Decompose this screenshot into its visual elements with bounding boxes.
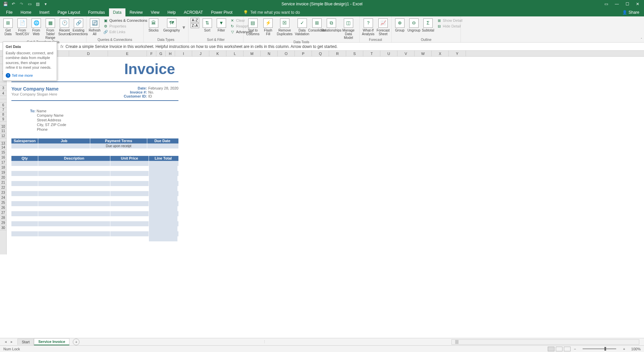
tab-review[interactable]: Review bbox=[125, 8, 147, 16]
row-header[interactable]: 26 bbox=[0, 205, 6, 210]
sort-button[interactable]: ⇅Sort bbox=[201, 17, 214, 32]
row-header[interactable]: 25 bbox=[0, 200, 6, 205]
horizontal-scrollbar[interactable] bbox=[451, 339, 639, 345]
row-header[interactable]: 21 bbox=[0, 180, 6, 185]
from-csv-button[interactable]: 📄From Text/CSV bbox=[15, 17, 29, 36]
sheet-tab-service-invoice[interactable]: Service Invoice bbox=[34, 338, 69, 345]
save-icon[interactable]: 💾 bbox=[3, 1, 8, 7]
edit-links-button[interactable]: 🔗Edit Links bbox=[102, 29, 149, 35]
column-header[interactable]: I bbox=[175, 51, 192, 56]
column-header[interactable]: P bbox=[295, 51, 312, 56]
ungroup-button[interactable]: ⊖Ungroup bbox=[407, 17, 421, 32]
row-header[interactable]: 9 bbox=[0, 117, 6, 122]
column-header[interactable]: T bbox=[363, 51, 380, 56]
column-header[interactable]: R bbox=[329, 51, 346, 56]
remove-duplicates-button[interactable]: ☒Remove Duplicates bbox=[275, 17, 294, 36]
add-sheet-button[interactable]: + bbox=[73, 339, 79, 345]
tell-me-search[interactable]: 💡 Tell me what you want to do bbox=[243, 10, 300, 16]
sort-az-icon[interactable]: A↓Z bbox=[191, 18, 199, 23]
column-header[interactable]: Y bbox=[449, 51, 466, 56]
row-header[interactable]: 15 bbox=[0, 150, 6, 155]
row-header[interactable] bbox=[0, 96, 6, 99]
data-validation-button[interactable]: ✓Data Validation bbox=[294, 17, 310, 36]
tab-view[interactable]: View bbox=[147, 8, 164, 16]
row-header[interactable]: 11 bbox=[0, 128, 6, 133]
row-header[interactable]: 8 bbox=[0, 112, 6, 117]
item-row[interactable] bbox=[11, 161, 178, 166]
column-header[interactable]: K bbox=[209, 51, 226, 56]
cell-grid[interactable]: LogoName Invoice Your Company Name Your … bbox=[7, 57, 644, 254]
ribbon-options-icon[interactable]: ▭ bbox=[604, 2, 608, 6]
tab-powerpivot[interactable]: Power Pivot bbox=[207, 8, 236, 16]
text-to-columns-button[interactable]: ▤Text to Columns bbox=[245, 17, 261, 36]
share-button[interactable]: 👤 Share bbox=[618, 8, 644, 16]
fx-icon[interactable]: fx bbox=[60, 44, 63, 49]
undo-icon[interactable]: ↶ bbox=[11, 1, 16, 7]
tooltip-tell-me-more[interactable]: ? Tell me more bbox=[6, 73, 54, 78]
tab-page-layout[interactable]: Page Layout bbox=[53, 8, 84, 16]
row-header[interactable]: 29 bbox=[0, 220, 6, 225]
row-header[interactable]: 12 bbox=[0, 133, 6, 138]
minimize-icon[interactable]: — bbox=[615, 2, 619, 6]
zoom-out-button[interactable]: − bbox=[572, 347, 578, 351]
ruler-icon[interactable]: ▤ bbox=[35, 1, 40, 7]
forecast-sheet-button[interactable]: 📈Forecast Sheet bbox=[376, 17, 390, 36]
properties-button[interactable]: ⚙Properties bbox=[102, 23, 149, 29]
row-header[interactable]: 7 bbox=[0, 108, 6, 112]
row-header[interactable]: 4 bbox=[0, 91, 6, 96]
existing-connections-button[interactable]: 🔗Existing Connections bbox=[72, 17, 85, 36]
geography-button[interactable]: 🗺Geography bbox=[161, 17, 182, 32]
tab-home[interactable]: Home bbox=[16, 8, 35, 16]
whatif-button[interactable]: ？What-If Analysis bbox=[361, 17, 375, 36]
column-header[interactable]: E bbox=[108, 51, 147, 56]
row-header[interactable]: 27 bbox=[0, 210, 6, 215]
item-row[interactable] bbox=[11, 221, 178, 226]
tab-file[interactable]: File bbox=[2, 8, 16, 16]
row-header[interactable] bbox=[0, 99, 6, 103]
column-header[interactable]: F bbox=[147, 51, 156, 56]
stocks-button[interactable]: 🏛Stocks bbox=[147, 17, 161, 32]
data-model-button[interactable]: ◫Manage Data Model bbox=[339, 17, 358, 40]
show-detail-button[interactable]: ⊞Show Detail bbox=[435, 18, 464, 23]
from-web-button[interactable]: 🌐From Web bbox=[30, 17, 43, 36]
row-header[interactable]: 3 bbox=[0, 85, 6, 91]
tab-formulas[interactable]: Formulas bbox=[84, 8, 109, 16]
item-row[interactable] bbox=[11, 196, 178, 201]
row-header[interactable]: 23 bbox=[0, 190, 6, 195]
row-header[interactable]: 28 bbox=[0, 215, 6, 220]
normal-view-button[interactable] bbox=[548, 347, 554, 351]
new-file-icon[interactable]: ▭ bbox=[27, 1, 32, 7]
column-header[interactable]: W bbox=[415, 51, 432, 56]
row-header[interactable]: 30 bbox=[0, 225, 6, 230]
row-header[interactable]: 14 bbox=[0, 145, 6, 150]
row-header[interactable]: 20 bbox=[0, 175, 6, 180]
item-row[interactable] bbox=[11, 186, 178, 191]
item-row[interactable] bbox=[11, 166, 178, 171]
column-header[interactable]: D bbox=[69, 51, 108, 56]
tab-help[interactable]: Help bbox=[163, 8, 180, 16]
zoom-in-button[interactable]: + bbox=[621, 347, 627, 351]
sort-za-icon[interactable]: Z↓A bbox=[191, 23, 199, 28]
sheet-nav-next-icon[interactable]: ▸ bbox=[11, 340, 13, 344]
column-header[interactable]: N bbox=[261, 51, 278, 56]
maximize-icon[interactable]: ☐ bbox=[626, 2, 629, 6]
qat-dropdown-icon[interactable]: ▾ bbox=[43, 1, 48, 7]
item-row[interactable] bbox=[11, 206, 178, 211]
column-header[interactable]: L bbox=[226, 51, 244, 56]
row-header[interactable]: 17 bbox=[0, 160, 6, 165]
redo-icon[interactable]: ↷ bbox=[19, 1, 24, 7]
item-row[interactable] bbox=[11, 216, 178, 221]
column-header[interactable]: S bbox=[346, 51, 363, 56]
column-header[interactable]: H bbox=[166, 51, 175, 56]
column-header[interactable]: V bbox=[397, 51, 415, 56]
row-header[interactable]: 6 bbox=[0, 103, 6, 108]
subtotal-button[interactable]: ΣSubtotal bbox=[421, 17, 435, 32]
queries-connections-button[interactable]: ▣Queries & Connections bbox=[102, 18, 149, 23]
close-icon[interactable]: ✕ bbox=[636, 2, 639, 6]
formula-bar[interactable]: Create a simple Service Invoice in this … bbox=[65, 44, 337, 49]
row-header[interactable]: 24 bbox=[0, 195, 6, 200]
page-layout-view-button[interactable] bbox=[556, 347, 562, 351]
column-header[interactable]: O bbox=[278, 51, 295, 56]
info-table-row[interactable]: Due upon receipt bbox=[11, 143, 178, 149]
tab-acrobat[interactable]: ACROBAT bbox=[180, 8, 207, 16]
